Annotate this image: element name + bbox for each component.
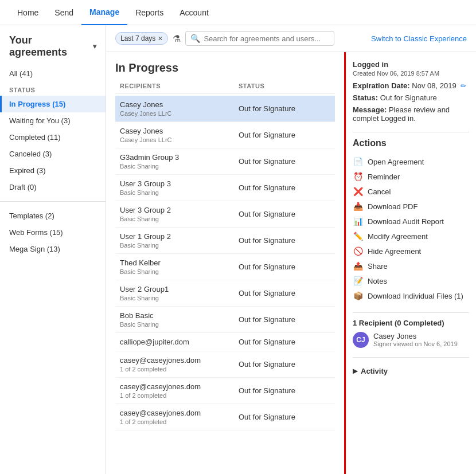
recipient-name: Thed Kelber [120,258,239,267]
list-header: RECIPIENTS STATUS [115,83,335,93]
list-rows: Casey Jones Casey Jones LLrC Out for Sig… [115,96,335,430]
recipient-cell: calliope@jupiter.dom [120,338,239,346]
sidebar-item-canceled[interactable]: Canceled (3) [0,146,106,162]
avatar: CJ [353,332,369,348]
panel-message-field: Message: Please review and complet Logge… [353,105,469,123]
list-row[interactable]: Bob Basic Basic Sharing Out for Signatur… [115,307,335,333]
list-row[interactable]: casey@caseyjones.dom 1 of 2 completed Ou… [115,378,335,404]
recipient-name: User 3 Group 3 [120,179,239,188]
sidebar-item-templates[interactable]: Templates (2) [0,207,106,224]
action-item[interactable]: 📄 Open Agreement [353,154,469,169]
nav-account[interactable]: Account [171,0,217,25]
sidebar-item-webforms[interactable]: Web Forms (15) [0,224,106,241]
recipient-name: User 1 Group 2 [120,232,239,241]
action-icon: 📊 [353,217,363,226]
list-area: In Progress RECIPIENTS STATUS Casey Jone… [106,52,344,474]
panel-status-label: Status: [353,93,378,102]
list-row[interactable]: User 3 Group 3 Basic Sharing Out for Sig… [115,175,335,201]
status-cell: Out for Signature [239,413,330,421]
nav-send[interactable]: Send [46,0,81,25]
filter-tag[interactable]: Last 7 days ✕ [115,32,168,45]
list-row[interactable]: Casey Jones Casey Jones LLrC Out for Sig… [115,96,335,122]
action-item[interactable]: 📦 Download Individual Files (1) [353,288,469,303]
recipient-sub: Basic Sharing [120,216,239,222]
status-cell: Out for Signature [239,360,330,369]
nav-reports[interactable]: Reports [127,0,171,25]
recipient-name: Bob Basic [120,311,239,320]
action-icon: 📄 [353,157,363,166]
filter-remove-icon[interactable]: ✕ [158,35,163,42]
recipient-cell: User 1 Group 2 Basic Sharing [120,232,239,249]
list-row[interactable]: casey@caseyjones.dom 1 of 2 completed Ou… [115,351,335,378]
sidebar-header[interactable]: Your agreements ▾ [0,34,106,65]
action-item[interactable]: 📊 Download Audit Report [353,214,469,229]
chevron-right-icon: ▶ [353,367,357,375]
status-cell: Out for Signature [239,338,330,346]
sidebar-item-inprogress[interactable]: In Progress (15) [0,96,106,112]
action-item[interactable]: ❌ Cancel [353,184,469,199]
action-item[interactable]: 📥 Download PDF [353,199,469,214]
action-icon: ✏️ [353,232,363,241]
toolbar: Last 7 days ✕ ⚗ 🔍 Switch to Classic Expe… [106,25,476,52]
list-row[interactable]: User 3 Group 2 Basic Sharing Out for Sig… [115,201,335,228]
list-row[interactable]: User 2 Group1 Basic Sharing Out for Sign… [115,280,335,307]
status-cell: Out for Signature [239,157,330,166]
recipient-sub: Casey Jones LLrC [120,136,239,143]
list-row[interactable]: casey@caseyjones.dom 1 of 2 completed Ou… [115,404,335,430]
status-cell: Out for Signature [239,315,330,324]
recipient-sub: 1 of 2 completed [120,392,239,399]
panel-divider-3 [353,357,469,358]
recipient-name: Casey Jones [120,127,239,135]
activity-section[interactable]: ▶ Activity [353,363,469,379]
switch-classic-link[interactable]: Switch to Classic Experience [371,34,467,43]
action-label: Reminder [368,173,400,181]
action-item[interactable]: 📝 Notes [353,273,469,288]
recipient-sub: Basic Sharing [120,321,239,328]
nav-home[interactable]: Home [9,0,46,25]
status-cell: Out for Signature [239,131,330,139]
panel-logged-in: Logged in [353,60,469,69]
recipient-cell: User 3 Group 2 Basic Sharing [120,206,239,222]
col-status: STATUS [239,83,330,89]
status-cell: Out for Signature [239,183,330,192]
list-row[interactable]: Casey Jones Casey Jones LLrC Out for Sig… [115,122,335,148]
action-label: Download PDF [368,202,418,211]
sidebar-item-all[interactable]: All (41) [0,65,106,82]
action-label: Hide Agreement [368,247,421,256]
list-row[interactable]: User 1 Group 2 Basic Sharing Out for Sig… [115,228,335,254]
recipient-cell: G3admin Group 3 Basic Sharing [120,153,239,170]
action-items: 📄 Open Agreement ⏰ Reminder ❌ Cancel 📥 D… [353,154,469,303]
status-cell: Out for Signature [239,236,330,245]
recipient-cell: Thed Kelber Basic Sharing [120,258,239,275]
sidebar-item-waitingforyou[interactable]: Waiting for You (3) [0,112,106,129]
action-label: Download Audit Report [368,217,444,226]
recipient-name: casey@caseyjones.dom [120,356,239,365]
action-label: Open Agreement [368,158,424,166]
panel-message-label: Message: [353,105,387,114]
sidebar-item-expired[interactable]: Expired (3) [0,162,106,179]
sidebar-item-megasign[interactable]: Mega Sign (13) [0,241,106,257]
action-item[interactable]: 📤 Share [353,258,469,273]
recipient-name: calliope@jupiter.dom [120,338,239,346]
recipient-viewed: Signer viewed on Nov 6, 2019 [373,340,458,347]
recipient-name: User 2 Group1 [120,285,239,293]
search-icon: 🔍 [190,34,200,43]
action-label: Share [368,262,388,271]
sidebar-item-completed[interactable]: Completed (11) [0,129,106,146]
filter-icon[interactable]: ⚗ [173,33,181,44]
action-item[interactable]: ⏰ Reminder [353,169,469,184]
action-item[interactable]: ✏️ Modify Agreement [353,229,469,244]
list-row[interactable]: calliope@jupiter.dom Out for Signature [115,333,335,351]
sidebar-item-draft[interactable]: Draft (0) [0,179,106,195]
nav-manage[interactable]: Manage [81,0,127,25]
sidebar-status-label: STATUS [0,82,106,96]
search-input[interactable] [204,34,329,43]
action-icon: 🚫 [353,246,363,256]
recipient-name: User 3 Group 2 [120,206,239,214]
edit-icon[interactable]: ✏ [461,82,466,90]
list-row[interactable]: Thed Kelber Basic Sharing Out for Signat… [115,254,335,280]
list-row[interactable]: G3admin Group 3 Basic Sharing Out for Si… [115,148,335,175]
action-item[interactable]: 🚫 Hide Agreement [353,244,469,258]
panel-created: Created Nov 06, 2019 8:57 AM [353,70,469,77]
panel-info-section: Logged in Created Nov 06, 2019 8:57 AM E… [353,60,469,123]
